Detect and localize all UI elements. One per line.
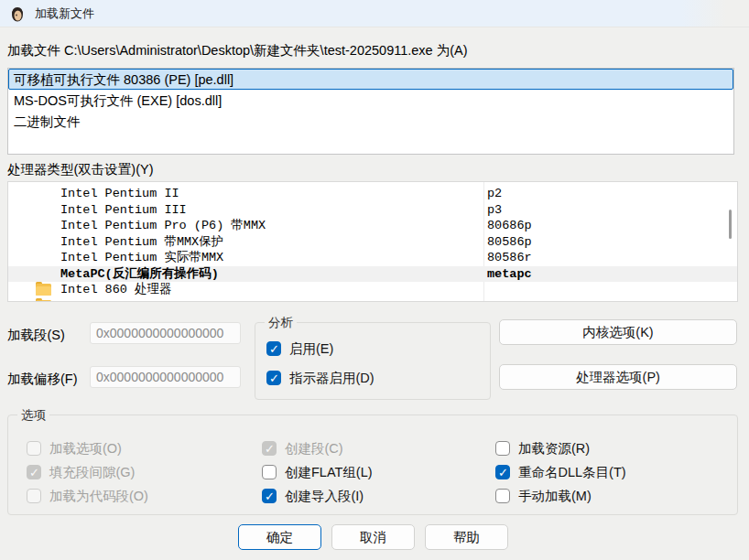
loader-item-binary[interactable]: 二进制文件 — [8, 111, 733, 132]
checkbox-icon — [27, 465, 41, 479]
checkbox-icon — [495, 465, 510, 479]
folder-icon — [36, 300, 51, 303]
processor-row[interactable]: Intel Pentium 实际带MMX 80586r — [8, 250, 737, 266]
processor-name: Intel Pentium Pro (P6) 带MMX — [60, 218, 266, 234]
loader-item-pe[interactable]: 可移植可执行文件 80386 (PE) [pe.dll] — [8, 69, 733, 90]
checkbox-label: 创建导入段(I) — [285, 489, 364, 503]
folder-icon — [36, 284, 51, 296]
processor-name: Intel Pentium 实际带MMX — [60, 250, 223, 266]
ok-button[interactable]: 确定 — [238, 524, 321, 550]
load-offset-label: 加载偏移(F) — [7, 371, 78, 388]
processor-row-metapc-selected[interactable]: MetaPC(反汇编所有操作码) metapc — [8, 266, 737, 283]
load-segment-input: 0x0000000000000000 — [90, 322, 241, 344]
checkbox-icon — [262, 465, 277, 479]
processor-row[interactable]: Intel Pentium Pro (P6) 带MMX 80686p — [8, 218, 737, 234]
loader-listbox[interactable]: 可移植可执行文件 80386 (PE) [pe.dll] MS-DOS可执行文件… — [7, 68, 734, 155]
load-segment-label: 加载段(S) — [7, 327, 65, 344]
ida-app-icon — [8, 5, 27, 23]
checkbox-label: 加载为代码段(O) — [49, 489, 148, 503]
checkbox-icon — [495, 441, 510, 456]
checkbox-load-resources[interactable]: 加载资源(R) — [495, 441, 590, 456]
processor-name: Intel Pentium II — [60, 186, 179, 202]
title-bar: 加载新文件 — [0, 0, 749, 27]
checkbox-label: 创建FLAT组(L) — [285, 465, 373, 479]
checkbox-loading-options: 加载选项(O) — [27, 441, 122, 456]
checkbox-create-imports-segment[interactable]: 创建导入段(I) — [262, 489, 364, 503]
window-title: 加载新文件 — [35, 5, 94, 22]
processor-code: p3 — [487, 202, 502, 219]
processor-type-label: 处理器类型(双击设置)(Y) — [7, 161, 154, 178]
checkbox-icon — [266, 371, 281, 385]
checkbox-icon — [27, 489, 41, 503]
checkbox-load-as-code-segment: 加载为代码段(O) — [27, 489, 148, 503]
processor-code: metapc — [487, 266, 532, 283]
processor-name: Intel Pentium III — [60, 202, 187, 219]
checkbox-label: 手动加载(M) — [518, 489, 592, 503]
processor-code: 80586p — [487, 234, 532, 251]
checkbox-icon — [266, 341, 281, 356]
checkbox-manual-load[interactable]: 手动加载(M) — [495, 489, 592, 503]
checkbox-label: 加载资源(R) — [518, 441, 590, 456]
processor-name: MetaPC(反汇编所有操作码) — [60, 266, 219, 283]
checkbox-fill-segment-gaps: 填充段间隙(G) — [27, 465, 135, 479]
checkbox-create-segments: 创建段(C) — [262, 441, 343, 456]
scrollbar-thumb[interactable] — [729, 210, 732, 239]
checkbox-label: 启用(E) — [289, 341, 333, 356]
options-group-title: 选项 — [17, 407, 49, 424]
checkbox-rename-dll-entries[interactable]: 重命名DLL条目(T) — [495, 465, 626, 479]
checkbox-label: 填充段间隙(G) — [49, 465, 135, 479]
checkbox-icon — [262, 441, 277, 456]
processor-options-button[interactable]: 处理器选项(P) — [499, 364, 737, 390]
checkbox-create-flat-group[interactable]: 创建FLAT组(L) — [262, 465, 373, 479]
loader-item-msdos[interactable]: MS-DOS可执行文件 (EXE) [dos.dll] — [8, 90, 733, 111]
processor-code: 80586r — [487, 250, 532, 266]
processor-row-partial — [8, 298, 737, 303]
processor-code: 80686p — [487, 218, 532, 234]
checkbox-icon — [27, 441, 41, 456]
analysis-groupbox: 分析 启用(E) 指示器启用(D) — [255, 322, 491, 400]
analysis-group-title: 分析 — [265, 315, 297, 331]
checkbox-icon — [495, 489, 510, 503]
checkbox-analysis-enable[interactable]: 启用(E) — [266, 341, 333, 356]
cancel-button[interactable]: 取消 — [331, 524, 415, 550]
help-button[interactable]: 帮助 — [425, 524, 508, 550]
processor-row[interactable]: Intel Pentium II p2 — [8, 186, 737, 202]
load-offset-input: 0x0000000000000000 — [90, 366, 241, 388]
processor-row[interactable]: Intel Pentium III p3 — [8, 202, 737, 219]
checkbox-label: 创建段(C) — [285, 441, 343, 456]
processor-name: Intel Pentium 带MMX保护 — [60, 234, 223, 251]
checkbox-icon — [262, 489, 277, 503]
processor-row-folder[interactable]: Intel 860 处理器 — [8, 282, 737, 298]
processor-listbox[interactable]: Intel Pentium II p2 Intel Pentium III p3… — [7, 181, 738, 302]
kernel-options-button[interactable]: 内核选项(K) — [499, 319, 737, 345]
options-groupbox: 选项 加载选项(O) 填充段间隙(G) 加载为代码段(O) 创建段(C) 创建F… — [7, 415, 738, 515]
processor-row[interactable]: Intel Pentium 带MMX保护 80586p — [8, 234, 737, 251]
checkbox-indicator-enable[interactable]: 指示器启用(D) — [266, 371, 374, 385]
processor-name: Intel 860 处理器 — [60, 282, 172, 298]
checkbox-label: 重命名DLL条目(T) — [518, 465, 626, 479]
checkbox-label: 加载选项(O) — [49, 441, 122, 456]
checkbox-label: 指示器启用(D) — [289, 371, 374, 385]
load-file-label: 加载文件 C:\Users\Administrator\Desktop\新建文件… — [7, 42, 468, 59]
processor-code: p2 — [487, 186, 502, 202]
